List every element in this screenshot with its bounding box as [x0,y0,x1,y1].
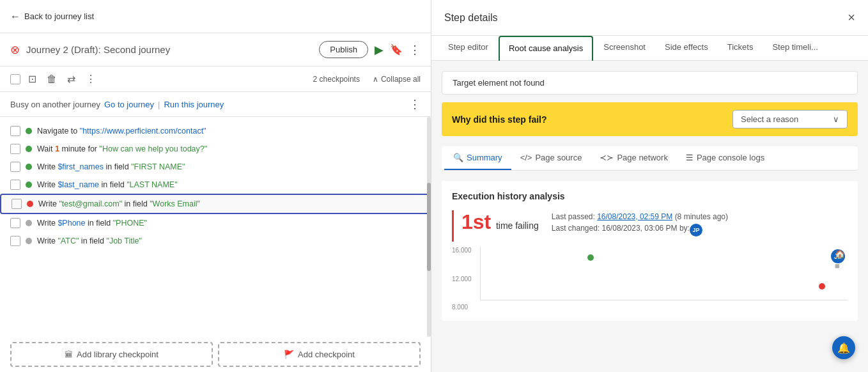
step-text: Write "test@gmail.com" in field "Works E… [38,199,419,208]
step-checkbox[interactable] [10,218,20,228]
back-to-journey-list-button[interactable]: ← Back to journey list [10,11,94,22]
code-icon: </> [520,153,532,162]
back-arrow-icon: ← [10,11,20,22]
steps-container: Navigate to "https://www.perficient.com/… [0,117,431,337]
execution-history-title: Execution history analysis [452,191,848,201]
step-status-dot [26,128,32,134]
panel-header: Step details × [431,0,868,36]
tab-step-editor[interactable]: Step editor [439,36,497,60]
play-button[interactable]: ▶ [375,43,384,57]
step-checkbox[interactable] [10,162,20,172]
checkpoints-count: 2 checkpoints [313,75,360,84]
table-row[interactable]: Navigate to "https://www.perficient.com/… [0,122,431,140]
busy-status-text: Busy on another journey [10,100,100,109]
panel-content: Target element not found Why did this st… [431,61,868,372]
chart-dot-red [819,283,825,290]
step-checkbox[interactable] [12,199,22,209]
step-text: Write $last_name in field "LAST NAME" [37,180,421,189]
top-bar: ← Back to journey list [0,0,431,33]
library-icon: 🏛 [65,350,73,359]
step-checkbox[interactable] [10,144,20,154]
failing-number: 1st time failing [461,210,539,234]
tab-root-cause-analysis[interactable]: Root cause analysis [499,36,593,61]
separator: | [158,100,160,109]
step-checkbox[interactable] [10,126,20,136]
table-row[interactable]: Write "ATC" in field "Job Title" [0,232,431,250]
publish-button[interactable]: Publish [319,41,368,58]
last-passed-date-link[interactable]: 16/08/2023, 02:59 PM [597,212,672,221]
step-status-dot [27,201,33,207]
collapse-arrow-icon: ∧ [373,75,378,84]
scrollbar-thumb[interactable] [427,183,431,271]
step-text: Wait 1 minute for "How can we help you t… [37,144,421,153]
chart-dot-green [587,254,594,261]
user-avatar: JP [690,224,702,236]
select-reason-dropdown[interactable]: Select a reason ∨ [732,110,848,128]
tab-tickets[interactable]: Tickets [718,36,763,60]
tab-step-timeline[interactable]: Step timeli... [763,36,827,60]
not-found-text: Target element not found [453,78,545,88]
step-text: Write $first_names in field "FIRST NAME" [37,162,421,171]
step-status-dot [26,164,32,170]
fail-question-text: Why did this step fail? [452,114,547,125]
home-icon: 🏠 [835,249,845,259]
failing-row: 1st time failing Last passed: 16/08/2023… [452,210,848,242]
status-more-button[interactable]: ⋮ [409,97,421,111]
right-panel: Step details × Step editor Root cause an… [431,0,868,372]
close-panel-button[interactable]: × [848,10,855,25]
go-to-journey-link[interactable]: Go to journey [104,100,154,109]
select-reason-label: Select a reason [741,114,798,124]
sub-tab-page-console-logs[interactable]: ☰ Page console logs [677,146,773,170]
table-row[interactable]: Wait 1 minute for "How can we help you t… [0,140,431,158]
delete-icon[interactable]: 🗑 [44,72,59,86]
tab-side-effects[interactable]: Side effects [656,36,717,60]
add-library-checkpoint-button[interactable]: 🏛 Add library checkpoint [10,342,213,367]
tabs-row: Step editor Root cause analysis Screensh… [431,36,868,61]
last-passed-text: Last passed: 16/08/2023, 02:59 PM (8 min… [552,212,728,221]
sub-tab-page-source[interactable]: </> Page source [511,146,591,170]
table-row[interactable]: Write $last_name in field "LAST NAME" [0,176,431,194]
add-buttons-row: 🏛 Add library checkpoint 🚩 Add checkpoin… [10,342,421,367]
chevron-down-icon: ∨ [833,114,839,124]
back-button-label: Back to journey list [24,12,94,21]
console-icon: ☰ [686,153,694,162]
tab-screenshot[interactable]: Screenshot [594,36,655,60]
notification-bell-button[interactable]: 🔔 [832,336,855,359]
table-row[interactable]: Write $Phone in field "PHONE" [0,214,431,232]
run-this-journey-link[interactable]: Run this journey [164,100,224,109]
error-icon: ⊗ [10,43,20,57]
step-status-dot [26,182,32,188]
table-row[interactable]: Write "test@gmail.com" in field "Works E… [0,194,431,214]
journey-header: ⊗ Journey 2 (Draft): Second journey Publ… [0,33,431,66]
fail-reason-bar: Why did this step fail? Select a reason … [442,102,858,136]
step-checkbox[interactable] [10,180,20,190]
sub-tab-page-network[interactable]: ≺≻ Page network [591,146,677,170]
step-checkbox[interactable] [10,236,20,246]
step-status-dot [26,238,32,244]
step-text: Navigate to "https://www.perficient.com/… [37,127,421,136]
collapse-all-button[interactable]: ∧ Collapse all [373,75,421,84]
table-row[interactable]: Write $first_names in field "FIRST NAME" [0,158,431,176]
bookmark-button[interactable]: 🔖 [390,43,403,56]
step-text: Write $Phone in field "PHONE" [37,219,421,228]
network-icon: ≺≻ [600,153,614,162]
more-options-button[interactable]: ⋮ [409,43,421,57]
add-checkpoint-button[interactable]: 🚩 Add checkpoint [218,342,421,367]
more-toolbar-icon[interactable]: ⋮ [83,72,98,86]
scrollbar[interactable] [427,117,431,337]
arrange-icon[interactable]: ⇄ [65,72,78,86]
chart-y-labels: 16.000 12.000 8.000 [452,247,477,311]
select-all-checkbox[interactable] [10,74,20,84]
execution-history-section: Execution history analysis 1st time fail… [442,181,858,321]
not-found-bar: Target element not found [442,71,858,95]
save-icon[interactable]: ⊡ [26,72,39,86]
chart-content: JP 🏠 ≡ [480,247,848,300]
toolbar: ⊡ 🗑 ⇄ ⋮ 2 checkpoints ∧ Collapse all [0,66,431,92]
list-icon: ≡ [835,261,845,271]
execution-chart: 16.000 12.000 8.000 JP 🏠 ≡ [452,247,848,311]
search-icon: 🔍 [453,153,463,162]
step-text: Write "ATC" in field "Job Title" [37,236,421,245]
sub-tab-summary[interactable]: 🔍 Summary [444,146,511,170]
sub-tabs-row: 🔍 Summary </> Page source ≺≻ Page networ… [442,146,858,171]
step-status-dot [26,220,32,226]
